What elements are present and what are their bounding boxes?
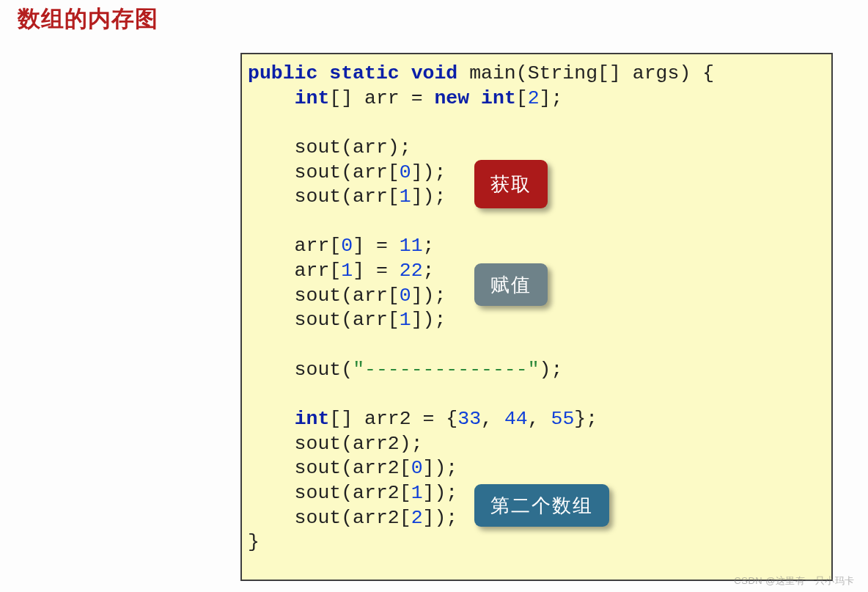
code-string: "--------------" xyxy=(353,359,539,381)
code-num: 2 xyxy=(528,87,540,109)
page: 数组的内存图 public static void main(String[] … xyxy=(0,0,868,592)
code-num: 11 xyxy=(400,235,423,257)
badge-second: 第二个数组 xyxy=(474,484,609,527)
code-text: sout( xyxy=(248,359,353,381)
watermark: CSDN @这里有一只小玛卡 xyxy=(734,574,855,588)
code-num: 1 xyxy=(400,309,411,331)
code-kw: public static void xyxy=(248,62,457,84)
code-text: ]); xyxy=(411,285,446,307)
code-num: 55 xyxy=(551,408,575,430)
code-text: [] arr2 = { xyxy=(329,408,457,430)
code-num: 0 xyxy=(411,457,423,479)
code-text: main(String[] args) { xyxy=(457,62,714,84)
code-num: 2 xyxy=(411,507,423,529)
badge-get: 获取 xyxy=(474,160,548,208)
code-num: 1 xyxy=(341,260,353,282)
code-num: 0 xyxy=(400,285,411,307)
code-text: ); xyxy=(540,359,563,381)
code-text: ; xyxy=(423,260,435,282)
code-num: 1 xyxy=(411,482,423,504)
code-text: ]); xyxy=(411,309,446,331)
code-num: 22 xyxy=(400,260,423,282)
code-num: 0 xyxy=(341,235,353,257)
code-text: sout(arr2[ xyxy=(248,507,411,529)
code-kw: int xyxy=(295,408,330,430)
code-text: ]); xyxy=(411,186,446,208)
code-text: sout(arr2); xyxy=(248,433,423,455)
code-text: ; xyxy=(423,235,435,257)
badge-set: 赋值 xyxy=(474,263,548,306)
code-text xyxy=(248,408,295,430)
code-text: [] arr = xyxy=(329,87,434,109)
code-num: 0 xyxy=(400,161,411,183)
code-text: , xyxy=(481,408,504,430)
code-text: sout(arr[ xyxy=(248,186,400,208)
code-text: sout(arr[ xyxy=(248,161,400,183)
code-text: sout(arr[ xyxy=(248,285,400,307)
code-kw: int xyxy=(295,87,330,109)
code-num: 44 xyxy=(504,408,528,430)
code-text: arr[ xyxy=(248,260,341,282)
code-text: ]); xyxy=(423,457,458,479)
code-text: [ xyxy=(516,87,528,109)
code-text: sout(arr2[ xyxy=(248,457,411,479)
code-text: sout(arr); xyxy=(248,136,411,158)
code-text: ]; xyxy=(540,87,563,109)
code: public static void main(String[] args) {… xyxy=(248,62,825,555)
code-kw: new int xyxy=(434,87,515,109)
code-text: sout(arr2[ xyxy=(248,482,411,504)
code-num: 1 xyxy=(400,186,411,208)
code-num: 33 xyxy=(457,408,481,430)
code-text: ] = xyxy=(353,260,400,282)
code-text: , xyxy=(528,408,551,430)
code-text: ]); xyxy=(423,482,458,504)
code-text: arr[ xyxy=(248,235,341,257)
code-text: }; xyxy=(574,408,597,430)
code-text: ]); xyxy=(411,161,446,183)
page-title: 数组的内存图 xyxy=(18,4,158,34)
code-text: ]); xyxy=(423,507,458,529)
code-text: ] = xyxy=(353,235,400,257)
code-text xyxy=(248,87,295,109)
code-text: } xyxy=(248,531,260,553)
code-text: sout(arr[ xyxy=(248,309,400,331)
